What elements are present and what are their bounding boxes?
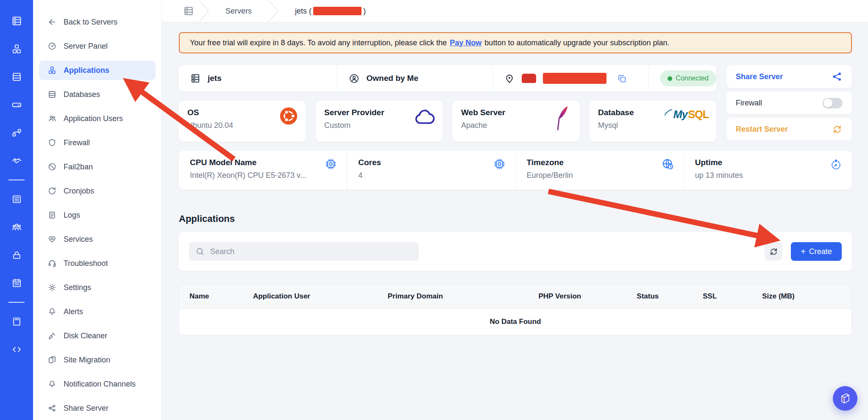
sidebar-item-server-panel[interactable]: Server Panel xyxy=(39,36,156,56)
refresh-icon xyxy=(769,247,779,257)
server-location-cell xyxy=(493,65,649,91)
cores-cell: Cores 4 xyxy=(347,151,515,190)
arrow-left-icon xyxy=(47,17,57,27)
sidebar-item-back-to-servers[interactable]: Back to Servers xyxy=(39,12,156,32)
column-header-application-user: Application User xyxy=(243,292,378,301)
create-button[interactable]: + Create xyxy=(791,242,842,261)
trial-banner: Your free trial will expire in 8 days. T… xyxy=(179,32,852,53)
sidebar-item-databases[interactable]: Databases xyxy=(39,85,156,104)
cloud-icon xyxy=(415,109,435,124)
plus-icon: + xyxy=(801,247,806,257)
sidebar-item-label: Site Migration xyxy=(64,356,110,365)
sidebar-item-label: Databases xyxy=(64,90,100,99)
refresh-button[interactable] xyxy=(765,243,782,260)
support-chat-button[interactable] xyxy=(833,386,857,411)
heart-pulse-icon xyxy=(47,235,57,244)
timezone-value: Europe/Berlin xyxy=(527,171,684,180)
sidebar-item-fail2ban[interactable]: Fail2ban xyxy=(39,157,156,177)
status-dot-icon xyxy=(668,76,672,81)
pay-now-link[interactable]: Pay Now xyxy=(450,39,481,47)
server-panel-page: Back to Servers Server Panel Application… xyxy=(0,0,868,420)
ban-icon xyxy=(47,162,57,171)
rail-datacenter-icon[interactable] xyxy=(11,193,22,205)
server-stack-cards: OS Ubuntu 20.04 Server Provider Custom xyxy=(179,101,716,142)
sidebar-item-logs[interactable]: Logs xyxy=(39,205,156,225)
chevron-separator-icon xyxy=(268,0,279,22)
applications-toolbar: + Create xyxy=(179,232,852,271)
sidebar-item-label: Disk Cleaner xyxy=(64,332,107,340)
bell-icon xyxy=(47,307,57,316)
hardware-info-card: CPU Model Name Intel(R) Xeon(R) CPU E5-2… xyxy=(179,151,852,190)
rail-docs-icon[interactable] xyxy=(11,316,22,327)
web-server-value: Apache xyxy=(461,121,571,130)
sidebar-item-label: Share Server xyxy=(64,404,108,413)
headset-icon xyxy=(47,259,57,268)
rail-network-icon[interactable] xyxy=(11,127,22,138)
rail-calendar-icon[interactable] xyxy=(11,277,22,289)
sidebar-item-notification-channels[interactable]: Notification Channels xyxy=(39,374,156,394)
share-server-action[interactable]: Share Server xyxy=(726,65,852,88)
icon-rail xyxy=(0,0,33,420)
servers-grid-icon[interactable] xyxy=(183,6,194,17)
applications-table: Name Application User Primary Domain PHP… xyxy=(179,284,852,335)
web-server-label: Web Server xyxy=(461,108,571,117)
country-flag-redacted xyxy=(522,74,536,83)
search-input[interactable] xyxy=(209,247,413,257)
sidebar-item-cronjobs[interactable]: Cronjobs xyxy=(39,181,156,201)
cpu-cell: CPU Model Name Intel(R) Xeon(R) CPU E5-2… xyxy=(179,151,347,190)
sidebar-item-disk-cleaner[interactable]: Disk Cleaner xyxy=(39,326,156,345)
stopwatch-icon xyxy=(829,158,843,171)
sidebar-item-firewall[interactable]: Firewall xyxy=(39,133,156,152)
sidebar-item-site-migration[interactable]: Site Migration xyxy=(39,350,156,370)
apache-feather-icon xyxy=(556,105,569,131)
uptime-label: Uptime xyxy=(695,158,852,167)
toggle-knob xyxy=(823,99,832,108)
applications-section-title: Applications xyxy=(179,213,852,224)
location-pin-icon xyxy=(504,73,515,84)
sidebar-nav: Back to Servers Server Panel Application… xyxy=(33,0,162,420)
rail-applications-icon[interactable] xyxy=(11,43,22,55)
mysql-logo-sql: SQL xyxy=(688,108,709,121)
rail-storage-icon[interactable] xyxy=(11,99,22,111)
rail-servers-icon[interactable] xyxy=(11,15,22,27)
rail-team-icon[interactable] xyxy=(11,221,22,233)
trial-banner-text: button to automatically upgrade your sub… xyxy=(484,39,669,47)
breadcrumb-server-name-suffix: ) xyxy=(363,7,366,16)
broom-icon xyxy=(47,331,57,340)
search-icon xyxy=(195,246,205,257)
cores-label: Cores xyxy=(358,158,515,167)
sidebar-item-alerts[interactable]: Alerts xyxy=(39,302,156,321)
sidebar-item-troubleshoot[interactable]: Troubleshoot xyxy=(39,254,156,273)
sidebar-item-settings[interactable]: Settings xyxy=(39,278,156,297)
server-summary-card: jets Owned by Me xyxy=(179,65,716,91)
sidebar-item-label: Fail2ban xyxy=(64,163,93,171)
main-area: Servers jets ( ) Your free trial will ex… xyxy=(162,0,868,420)
sidebar-item-share-server[interactable]: Share Server xyxy=(39,398,156,418)
web-server-card: Web Server Apache xyxy=(453,101,579,142)
server-owner: Owned by Me xyxy=(367,74,418,83)
table-empty-state: No Data Found xyxy=(179,309,851,335)
cpu-chip-icon xyxy=(324,158,337,171)
timezone-cell: Timezone Europe/Berlin xyxy=(516,151,684,190)
breadcrumb-servers[interactable]: Servers xyxy=(214,7,264,16)
sidebar-item-applications[interactable]: Applications xyxy=(39,61,156,80)
copy-icon[interactable] xyxy=(617,73,627,84)
rail-databases-icon[interactable] xyxy=(11,71,22,83)
rail-partners-icon[interactable] xyxy=(11,155,22,166)
document-icon xyxy=(47,210,57,220)
rail-code-icon[interactable] xyxy=(11,344,22,355)
restart-server-action[interactable]: Restart Server xyxy=(726,118,852,141)
server-info-area: jets Owned by Me xyxy=(179,65,852,142)
rail-security-lock-icon[interactable] xyxy=(11,249,22,261)
firewall-toggle[interactable] xyxy=(823,98,843,108)
rail-divider xyxy=(8,180,25,180)
gauge-icon xyxy=(47,41,57,51)
table-header-row: Name Application User Primary Domain PHP… xyxy=(179,284,851,309)
server-owner-cell: Owned by Me xyxy=(337,65,493,91)
sidebar-item-label: Back to Servers xyxy=(64,18,117,27)
sidebar-item-application-users[interactable]: Application Users xyxy=(39,109,156,128)
share-nodes-icon xyxy=(47,403,57,413)
sidebar-item-services[interactable]: Services xyxy=(39,229,156,249)
status-label: Connected xyxy=(676,75,709,82)
uptime-value: up 13 minutes xyxy=(695,171,852,180)
